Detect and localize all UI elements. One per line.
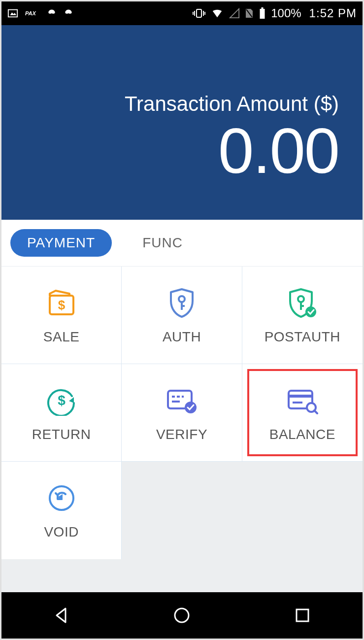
shield-key-check-icon (287, 286, 318, 320)
action-label: POSTAUTH (265, 329, 340, 345)
amount-label: Transaction Amount ($) (125, 92, 339, 116)
vibrate-icon (193, 7, 205, 19)
actions-grid-wrap: $ SALE AUTH (1, 267, 363, 592)
svg-rect-10 (262, 7, 264, 9)
svg-rect-27 (289, 395, 312, 398)
status-right-icons: 100% 1:52 PM (193, 6, 357, 20)
battery-percent: 100% (271, 6, 301, 20)
svg-point-16 (298, 296, 304, 302)
action-label: BALANCE (269, 427, 335, 442)
clock-time: 1:52 PM (309, 6, 357, 20)
action-postauth[interactable]: POSTAUTH (242, 267, 363, 364)
device-frame: PAX 100% 1 (0, 0, 364, 640)
pax-logo-icon: PAX (25, 9, 40, 18)
nav-back-button[interactable] (48, 602, 75, 629)
svg-rect-3 (197, 9, 201, 17)
svg-rect-9 (260, 9, 265, 19)
action-sale[interactable]: $ SALE (1, 267, 122, 364)
nav-recent-button[interactable] (289, 602, 316, 629)
action-auth[interactable]: AUTH (122, 267, 242, 364)
action-void[interactable]: VOID (1, 462, 122, 559)
action-label: SALE (43, 329, 80, 345)
tabs-row: PAYMENT FUNC (1, 220, 363, 267)
svg-point-32 (175, 608, 189, 622)
butterfly-icon (47, 8, 57, 18)
android-nav-bar (1, 592, 363, 639)
svg-text:$: $ (58, 393, 66, 408)
sim-icon (245, 8, 254, 19)
svg-rect-33 (297, 609, 308, 621)
tab-func[interactable]: FUNC (126, 229, 199, 257)
svg-marker-20 (69, 397, 74, 403)
action-label: VOID (44, 524, 78, 540)
svg-line-30 (314, 410, 317, 413)
action-label: RETURN (32, 427, 91, 442)
action-balance[interactable]: BALANCE (242, 364, 363, 462)
svg-text:PAX: PAX (25, 10, 36, 16)
svg-point-19 (305, 306, 316, 317)
status-bar: PAX 100% 1 (1, 1, 363, 25)
nav-home-button[interactable] (168, 602, 196, 629)
wifi-icon (210, 8, 224, 19)
action-return[interactable]: $ RETURN (1, 364, 122, 462)
butterfly-icon (64, 8, 73, 18)
shield-key-icon (168, 286, 196, 320)
wallet-dollar-icon: $ (46, 286, 77, 320)
dollar-refresh-icon: $ (46, 383, 77, 418)
tab-payment[interactable]: PAYMENT (10, 229, 112, 257)
action-label: VERIFY (156, 427, 207, 442)
amount-panel: Transaction Amount ($) 0.00 (1, 25, 363, 220)
actions-grid: $ SALE AUTH (1, 267, 363, 559)
action-verify[interactable]: VERIFY (122, 364, 242, 462)
battery-icon (259, 7, 266, 19)
card-search-icon (286, 383, 319, 418)
action-label: AUTH (163, 329, 201, 345)
svg-marker-1 (10, 12, 17, 15)
amount-value[interactable]: 0.00 (218, 119, 339, 183)
undo-circle-icon (47, 481, 76, 515)
svg-text:$: $ (58, 298, 65, 312)
svg-point-13 (179, 296, 185, 302)
cell-signal-icon (229, 8, 240, 19)
card-check-icon (165, 383, 199, 418)
picture-icon (7, 8, 18, 19)
status-left-icons: PAX (7, 8, 73, 19)
